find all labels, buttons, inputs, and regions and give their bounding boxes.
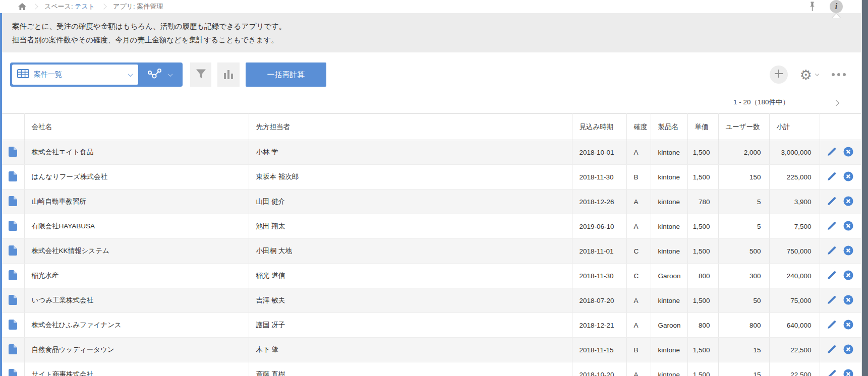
delete-record-button[interactable]	[843, 171, 853, 183]
delete-record-button[interactable]	[843, 196, 853, 208]
product-cell: kintone	[651, 140, 687, 165]
unit-price-cell: 780	[687, 190, 718, 214]
table-row: 株式会社ひふみファイナンス護国 冴子2018-12-21AGaroon80080…	[2, 313, 861, 338]
table-row: 株式会社エイト食品小林 学2018-10-01Akintone1,5002,00…	[2, 140, 861, 165]
actions-cell	[820, 362, 861, 376]
document-icon[interactable]	[9, 369, 17, 376]
column-header-product[interactable]: 製品名	[651, 114, 687, 140]
chart-button[interactable]	[217, 62, 240, 87]
app-settings-button[interactable]: ⚙	[800, 68, 819, 82]
company-cell: 自然食品ウッディータウン	[24, 338, 249, 362]
edit-record-button[interactable]	[827, 147, 836, 158]
scrollbar-thumb[interactable]	[862, 0, 868, 376]
pin-icon[interactable]	[807, 1, 817, 12]
subtotal-cell: 3,000,000	[769, 140, 820, 165]
description-line-2: 担当者別の案件数やその確度、今月の売上金額などを集計することもできます。	[12, 33, 851, 47]
delete-record-button[interactable]	[843, 270, 853, 282]
kintone-app-screen: スペース: テスト アプリ: 案件管理 i 案件ごとに、受注の確度や金額はもちろ…	[0, 0, 868, 376]
pencil-icon	[827, 271, 836, 281]
home-icon[interactable]	[18, 3, 26, 11]
edit-record-button[interactable]	[827, 271, 836, 281]
record-icon-cell	[2, 264, 24, 288]
delete-record-button[interactable]	[843, 344, 853, 356]
info-button[interactable]: i	[830, 0, 843, 13]
document-icon[interactable]	[9, 221, 17, 231]
table-header-row: 会社名 先方担当者 見込み時期 確度 製品名 単価 ユーザー数 小計	[2, 114, 861, 140]
edit-record-button[interactable]	[827, 172, 836, 182]
unit-price-cell: 800	[687, 264, 718, 288]
subtotal-cell: 225,000	[769, 165, 820, 190]
topbar-right: i	[807, 0, 843, 13]
edit-record-button[interactable]	[827, 295, 836, 306]
next-page-button[interactable]	[831, 98, 841, 108]
view-dropdown[interactable]: 案件一覧	[12, 65, 138, 85]
delete-record-button[interactable]	[843, 369, 853, 376]
column-header-subtotal[interactable]: 小計	[769, 114, 820, 140]
bulk-recalculate-button[interactable]: 一括再計算	[246, 62, 326, 87]
delete-record-button[interactable]	[843, 320, 853, 331]
subtotal-cell: 3,900	[769, 190, 820, 214]
delete-record-button[interactable]	[843, 295, 853, 306]
column-header-contact[interactable]: 先方担当者	[249, 114, 572, 140]
edit-record-button[interactable]	[827, 221, 836, 232]
column-header-expected[interactable]: 見込み時期	[572, 114, 626, 140]
edit-record-button[interactable]	[827, 246, 836, 257]
document-icon[interactable]	[9, 147, 17, 157]
edit-record-button[interactable]	[827, 369, 836, 376]
edit-record-button[interactable]	[827, 345, 836, 355]
top-bar: スペース: テスト アプリ: 案件管理 i	[0, 0, 861, 13]
table-row: 稲光水産稲光 道信2018-11-30CGaroon800300240,000	[2, 264, 861, 288]
contact-cell: 池田 翔太	[249, 214, 572, 239]
more-options-button[interactable]	[831, 70, 847, 79]
breadcrumb-space-label: スペース:	[44, 3, 73, 10]
column-header-actions	[820, 114, 861, 140]
edit-record-button[interactable]	[827, 320, 836, 331]
expected-date-cell: 2019-06-10	[572, 214, 626, 239]
breadcrumb-space-link[interactable]: テスト	[75, 3, 95, 10]
company-cell: 株式会社エイト食品	[24, 140, 249, 165]
vertical-scrollbar[interactable]	[861, 0, 868, 376]
expected-date-cell: 2018-11-30	[572, 264, 626, 288]
toolbar-right: ⚙	[770, 62, 847, 87]
add-record-button[interactable]	[770, 66, 788, 84]
document-icon[interactable]	[9, 270, 17, 280]
delete-record-button[interactable]	[843, 245, 853, 257]
column-header-unit-price[interactable]: 単価	[687, 114, 718, 140]
document-icon[interactable]	[9, 295, 17, 305]
users-cell: 2,000	[718, 140, 769, 165]
probability-cell: A	[626, 214, 651, 239]
contact-cell: 山田 健介	[249, 190, 572, 214]
document-icon[interactable]	[9, 344, 17, 354]
unit-price-cell: 1,500	[687, 362, 718, 376]
filter-button[interactable]	[190, 62, 211, 87]
unit-price-cell: 1,500	[687, 165, 718, 190]
expected-date-cell: 2018-11-15	[572, 338, 626, 362]
subtotal-cell: 22,500	[769, 362, 820, 376]
document-icon[interactable]	[9, 171, 17, 181]
edit-record-button[interactable]	[827, 197, 836, 207]
document-icon[interactable]	[9, 245, 17, 256]
column-header-probability[interactable]: 確度	[626, 114, 651, 140]
subtotal-cell: 75,000	[769, 288, 820, 313]
pencil-icon	[827, 197, 836, 207]
column-header-users[interactable]: ユーザー数	[718, 114, 769, 140]
product-cell: kintone	[651, 288, 687, 313]
chevron-down-icon	[167, 72, 172, 77]
delete-x-icon	[843, 270, 853, 282]
document-icon[interactable]	[9, 196, 17, 206]
chevron-down-icon	[815, 72, 819, 76]
delete-record-button[interactable]	[843, 147, 853, 158]
expected-date-cell: 2018-10-01	[572, 140, 626, 165]
contact-cell: 吉澤 敏夫	[249, 288, 572, 313]
probability-cell: A	[626, 362, 651, 376]
product-cell: kintone	[651, 190, 687, 214]
column-header-company[interactable]: 会社名	[24, 114, 249, 140]
document-icon[interactable]	[9, 320, 17, 330]
funnel-icon	[196, 69, 206, 81]
graph-view-button[interactable]	[138, 68, 181, 81]
breadcrumb-app-label[interactable]: アプリ: 案件管理	[113, 2, 163, 11]
delete-record-button[interactable]	[843, 221, 853, 232]
actions-cell	[820, 239, 861, 264]
users-cell: 5	[718, 214, 769, 239]
table-row: 山崎自動車教習所山田 健介2018-12-26Akintone78053,900	[2, 190, 861, 214]
